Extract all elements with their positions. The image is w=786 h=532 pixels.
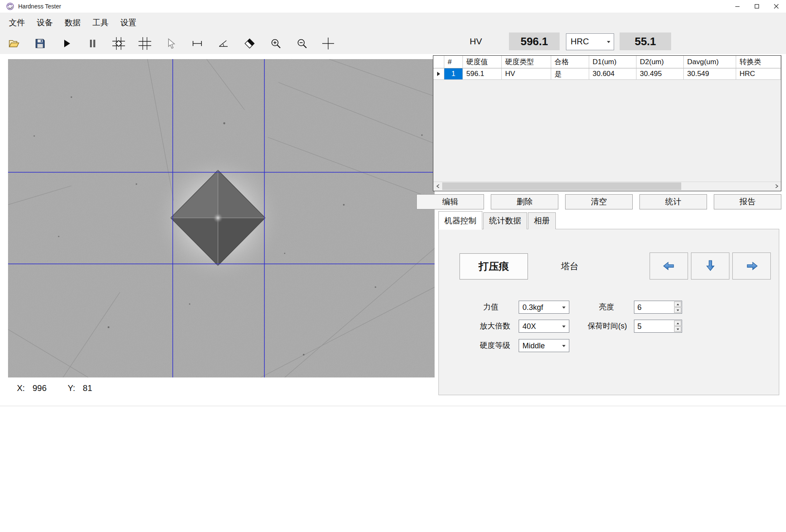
minimize-icon	[735, 4, 740, 9]
clear-button[interactable]: 清空	[565, 194, 633, 209]
spin-up-icon	[677, 304, 679, 305]
run-button[interactable]	[53, 34, 79, 53]
grid-overlay-button[interactable]	[132, 34, 158, 53]
column-header-d1[interactable]: D1(um)	[589, 56, 636, 68]
edit-button[interactable]: 编辑	[416, 194, 484, 209]
length-measure-icon	[191, 38, 203, 49]
x-value: 996	[33, 383, 46, 393]
cell-davg[interactable]: 30.549	[684, 68, 736, 80]
cell-convert[interactable]: HRC	[736, 68, 781, 80]
make-indent-button[interactable]: 打压痕	[460, 253, 528, 280]
column-header-davg[interactable]: Davg(um)	[684, 56, 736, 68]
indent-measure-button[interactable]	[106, 34, 132, 53]
close-button[interactable]	[767, 0, 786, 13]
eraser-icon	[244, 38, 256, 49]
force-value: 0.3kgf	[522, 303, 543, 312]
tab-statistics-data[interactable]: 统计数据	[483, 212, 527, 229]
menu-file[interactable]: 文件	[3, 15, 31, 31]
menu-device[interactable]: 设备	[31, 15, 59, 31]
cell-d1[interactable]: 30.604	[589, 68, 636, 80]
brightness-input[interactable]: 6	[634, 301, 682, 314]
scrollbar-thumb[interactable]	[442, 182, 681, 190]
zoom-out-icon	[296, 38, 308, 49]
scroll-left-button[interactable]	[433, 182, 442, 190]
column-header-num[interactable]: #	[444, 56, 463, 68]
pointer-button[interactable]	[158, 34, 184, 53]
x-label: X:	[17, 383, 25, 393]
brightness-down-button[interactable]	[674, 307, 681, 313]
grid-icon	[139, 37, 151, 50]
statistics-button[interactable]: 统计	[639, 194, 707, 209]
converted-value-display: 55.1	[620, 33, 671, 50]
table-row[interactable]: 1 596.1 HV 是 30.604 30.495 30.549 HRC	[433, 68, 781, 80]
crosshair-button[interactable]	[315, 34, 341, 53]
camera-view[interactable]	[8, 59, 435, 377]
cell-num[interactable]: 1	[444, 68, 463, 80]
column-header-hardness[interactable]: 硬度值	[463, 56, 502, 68]
brightness-label: 亮度	[587, 301, 626, 314]
results-table: # 硬度值 硬度类型 合格 D1(um) D2(um) Davg(um) 转换类…	[433, 55, 781, 191]
dwell-time-input[interactable]: 5	[634, 320, 682, 333]
maximize-button[interactable]	[747, 0, 767, 13]
angle-measure-button[interactable]	[210, 34, 237, 53]
turret-left-button[interactable]	[650, 252, 688, 280]
zoom-in-button[interactable]	[263, 34, 289, 53]
menu-data[interactable]: 数据	[59, 15, 87, 31]
spin-down-icon	[677, 309, 679, 311]
chevron-right-icon	[775, 184, 778, 188]
hardness-level-label: 硬度等级	[472, 339, 518, 352]
save-icon	[35, 38, 46, 49]
cell-type[interactable]: HV	[502, 68, 551, 80]
cell-d2[interactable]: 30.495	[636, 68, 684, 80]
report-button[interactable]: 报告	[714, 194, 781, 209]
tab-album[interactable]: 相册	[528, 212, 556, 229]
magnification-select[interactable]: 40X	[519, 320, 569, 333]
hardness-level-select[interactable]: Middle	[519, 339, 569, 352]
section-divider	[0, 406, 786, 406]
force-select[interactable]: 0.3kgf	[519, 301, 569, 314]
chevron-down-icon	[562, 307, 566, 309]
dwell-up-button[interactable]	[674, 320, 681, 326]
menu-settings[interactable]: 设置	[114, 15, 142, 31]
turret-down-button[interactable]	[691, 252, 729, 280]
brightness-up-button[interactable]	[674, 301, 681, 307]
save-button[interactable]	[27, 34, 53, 53]
menu-tools[interactable]: 工具	[87, 15, 114, 31]
minimize-button[interactable]	[728, 0, 747, 13]
column-header-d2[interactable]: D2(um)	[636, 56, 684, 68]
cell-hardness[interactable]: 596.1	[463, 68, 502, 80]
dwell-down-button[interactable]	[674, 326, 681, 332]
machine-control-panel: 打压痕 塔台 力值 0.3kgf 亮度 6	[438, 229, 779, 395]
cell-pass[interactable]: 是	[551, 68, 589, 80]
app-logo-icon	[6, 3, 14, 10]
open-file-button[interactable]	[1, 34, 27, 53]
titlebar: Hardness Tester	[0, 0, 786, 13]
open-folder-icon	[8, 38, 20, 49]
turret-label: 塔台	[547, 261, 593, 272]
table-empty-area	[433, 80, 781, 182]
header-marker-cell	[433, 56, 444, 68]
length-measure-button[interactable]	[184, 34, 210, 53]
crosshair-icon	[321, 36, 335, 51]
column-header-pass[interactable]: 合格	[551, 56, 589, 68]
table-horizontal-scrollbar[interactable]	[433, 182, 781, 191]
column-header-convert[interactable]: 转换类	[736, 56, 781, 68]
eraser-button[interactable]	[237, 34, 263, 53]
tab-machine-control[interactable]: 机器控制	[438, 211, 482, 230]
indent-measure-icon	[112, 37, 125, 50]
chevron-down-icon	[562, 326, 566, 328]
scroll-right-button[interactable]	[772, 182, 781, 190]
results-table-header: # 硬度值 硬度类型 合格 D1(um) D2(um) Davg(um) 转换类	[433, 56, 781, 68]
convert-scale-select[interactable]: HRC	[566, 33, 614, 50]
menubar: 文件 设备 数据 工具 设置	[0, 13, 786, 33]
current-row-icon	[437, 72, 440, 76]
column-header-type[interactable]: 硬度类型	[502, 56, 551, 68]
arrow-down-icon	[704, 260, 717, 272]
turret-right-button[interactable]	[732, 252, 771, 280]
arrow-left-icon	[663, 260, 675, 272]
row-marker-cell[interactable]	[433, 68, 444, 80]
delete-button[interactable]: 删除	[491, 194, 558, 209]
play-icon	[61, 38, 72, 49]
pause-button[interactable]	[79, 34, 106, 53]
zoom-out-button[interactable]	[289, 34, 315, 53]
